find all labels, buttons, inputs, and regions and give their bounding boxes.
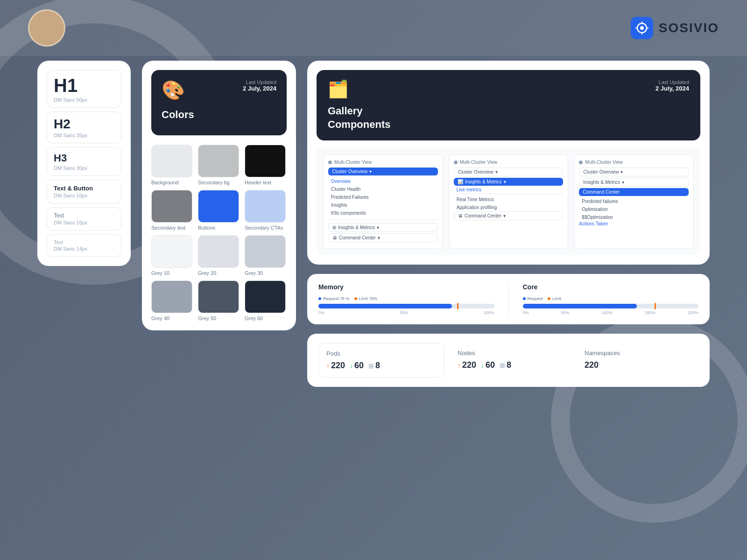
color-swatch-item-0: Background xyxy=(151,145,193,185)
color-swatch-box-10 xyxy=(198,280,239,313)
core-axis-100: 100% xyxy=(602,310,613,315)
core-limit-label: Limit xyxy=(552,296,561,301)
typo-label-text-14: DM Sans 14px xyxy=(54,246,87,252)
color-swatch-box-11 xyxy=(245,280,286,313)
panel1-command-center[interactable]: 🖥 Command Center ▾ xyxy=(328,233,438,242)
typo-heading-h1: H1 xyxy=(54,75,78,96)
typo-label-h3: DM Sans 30px xyxy=(54,165,87,171)
namespaces-count: 220 xyxy=(585,360,599,370)
panel1-item-failures[interactable]: Predicted Failures xyxy=(328,193,438,201)
color-swatch-box-1 xyxy=(198,145,239,177)
typo-heading-h2: H2 xyxy=(54,117,70,132)
memory-axis-50: 50% xyxy=(400,310,408,315)
panel1-header: Multi-Cluster View xyxy=(334,160,372,165)
color-swatch-label-5: Secondary CTAs xyxy=(245,225,283,231)
color-swatch-box-3 xyxy=(151,190,192,223)
cmd-icon: 🖥 xyxy=(332,235,337,240)
panel3-$$optimization[interactable]: $$Optimization xyxy=(579,213,689,221)
chevron-down-icon-4: ▾ xyxy=(495,169,498,175)
panel2-cluster-overview[interactable]: Cluster Overview ▾ xyxy=(454,168,564,176)
color-swatch-item-10: Grey 50 xyxy=(198,280,240,321)
cluster-panel-3: Multi-Cluster View Cluster Overview ▾ In… xyxy=(574,154,694,249)
panel3-command-center-btn[interactable]: Command Center xyxy=(579,188,689,196)
panel2-command-center[interactable]: 🖥 Command Center ▾ xyxy=(454,211,564,220)
core-axis-0: 0% xyxy=(523,310,529,315)
color-swatch-box-6 xyxy=(151,235,192,268)
colors-last-updated-date: 2 July, 2024 xyxy=(243,85,276,92)
chevron-down-icon-5: ▾ xyxy=(504,179,506,184)
typo-item-h2: H2 DM Sans 35px xyxy=(47,112,121,143)
gallery-card: 🗂️ GalleryComponents Last Updated 2 July… xyxy=(307,61,710,265)
memory-section: Memory Request 76 % Limit 79% xyxy=(318,283,494,315)
pods-up-count: 220 xyxy=(331,361,345,371)
avatar[interactable] xyxy=(28,9,65,47)
memory-limit-label: Limit 79% xyxy=(359,296,378,301)
panel2-insights-metrics-btn[interactable]: 📊 Insights & Metrics ▾ xyxy=(454,178,564,186)
request-dot xyxy=(318,297,321,300)
panel2-live-metrics[interactable]: Live metrics xyxy=(454,186,564,194)
limit-dot xyxy=(354,297,357,300)
color-swatch-label-8: Grey 30 xyxy=(245,270,263,276)
color-swatch-label-2: Header text xyxy=(245,180,271,185)
color-grid: BackgroundSecondary bgHeader textSeconda… xyxy=(151,145,287,321)
cluster-overview-label: Cluster Overview xyxy=(332,169,367,174)
panel1-selected[interactable]: Cluster Overview ▾ xyxy=(328,168,438,175)
panel1-insights-metrics[interactable]: ⊞ Insights & Metrics ▾ xyxy=(328,223,438,232)
gallery-icon: 🗂️ xyxy=(328,79,390,99)
color-swatch-box-5 xyxy=(245,190,286,223)
color-swatch-label-11: Grey 60 xyxy=(245,315,263,321)
memory-bar xyxy=(318,304,494,308)
nodes-up-arrow: ↑ xyxy=(458,362,461,369)
pods-grid-icon: ⊞ xyxy=(368,362,374,370)
nodes-grid-icon: ⊞ xyxy=(500,362,505,369)
color-swatch-item-6: Grey 10 xyxy=(151,235,193,276)
nodes-down-arrow: ↓ xyxy=(481,362,484,369)
cluster-panels: Multi-Cluster View Cluster Overview ▾ Ov… xyxy=(317,148,700,255)
typo-label-h1: DM Sans 50px xyxy=(54,97,87,103)
typo-heading-text-14: Text xyxy=(54,239,63,245)
typo-heading-text-button: Text & Button xyxy=(54,185,93,192)
memory-axis-100: 100% xyxy=(483,310,494,315)
cluster-panel-1: Multi-Cluster View Cluster Overview ▾ Ov… xyxy=(323,154,443,249)
panel1-item-k8s[interactable]: K8s components xyxy=(328,209,438,217)
color-swatch-box-0 xyxy=(151,145,192,177)
typo-label-h2: DM Sans 35px xyxy=(54,133,87,138)
color-swatch-item-3: Secondary text xyxy=(151,190,193,231)
panel1-item-insights[interactable]: Insights xyxy=(328,201,438,209)
colors-last-updated-label: Last Updated xyxy=(243,79,276,85)
color-swatch-item-1: Secondary bg xyxy=(198,145,240,185)
metrics-icon: ⊞ xyxy=(332,225,336,230)
memory-axis-0: 0% xyxy=(318,310,324,315)
panel3-actions-taken[interactable]: Actions Taken xyxy=(579,221,689,226)
pods-down-arrow: ↓ xyxy=(350,362,353,370)
gallery-title: GalleryComponents xyxy=(328,105,390,130)
typo-label-text-button: DM Sans 16px xyxy=(54,193,87,198)
topbar: SOSIVIO xyxy=(0,0,747,56)
panel3-cluster-overview[interactable]: Cluster Overview ▾ xyxy=(579,168,689,176)
pods-up-arrow: ↑ xyxy=(326,362,330,370)
panel2-app-profiling[interactable]: Application profiling xyxy=(454,203,564,211)
chevron-down-icon-7: ▾ xyxy=(620,169,623,175)
memory-bar-fill xyxy=(318,304,452,308)
core-section: Core Request Limit 0% xyxy=(523,283,699,315)
core-request-dot xyxy=(523,297,526,300)
chevron-down-icon-2: ▾ xyxy=(377,225,379,230)
typo-item-h3: H3 DM Sans 30px xyxy=(47,147,121,176)
panel3-optimization[interactable]: Optimization xyxy=(579,205,689,213)
panel2-realtime[interactable]: Real Time Metrics xyxy=(454,196,564,203)
panel3-insights-metrics[interactable]: Insights & Metrics ▾ xyxy=(579,178,689,187)
colors-header: 🎨 Colors Last Updated 2 July, 2024 xyxy=(151,70,287,135)
panel1-item-overview[interactable]: Overview xyxy=(328,177,438,185)
color-swatch-item-9: Grey 40 xyxy=(151,280,193,321)
panel3-predicted[interactable]: Predicted failures xyxy=(579,197,689,205)
core-limit-dot xyxy=(548,297,550,300)
panel1-item-health[interactable]: Cluster Health xyxy=(328,185,438,193)
typo-heading-text-16: Text xyxy=(54,212,64,219)
color-swatch-item-7: Grey 20 xyxy=(198,235,240,276)
color-swatch-label-9: Grey 40 xyxy=(151,315,169,321)
typo-item-text-button: Text & Button DM Sans 16px xyxy=(47,180,121,203)
pods-neutral-count: 8 xyxy=(375,361,380,371)
color-swatch-box-9 xyxy=(151,280,192,313)
typography-card: H1 DM Sans 50px H2 DM Sans 35px H3 DM Sa… xyxy=(37,61,131,266)
core-bar-fill xyxy=(523,304,637,308)
